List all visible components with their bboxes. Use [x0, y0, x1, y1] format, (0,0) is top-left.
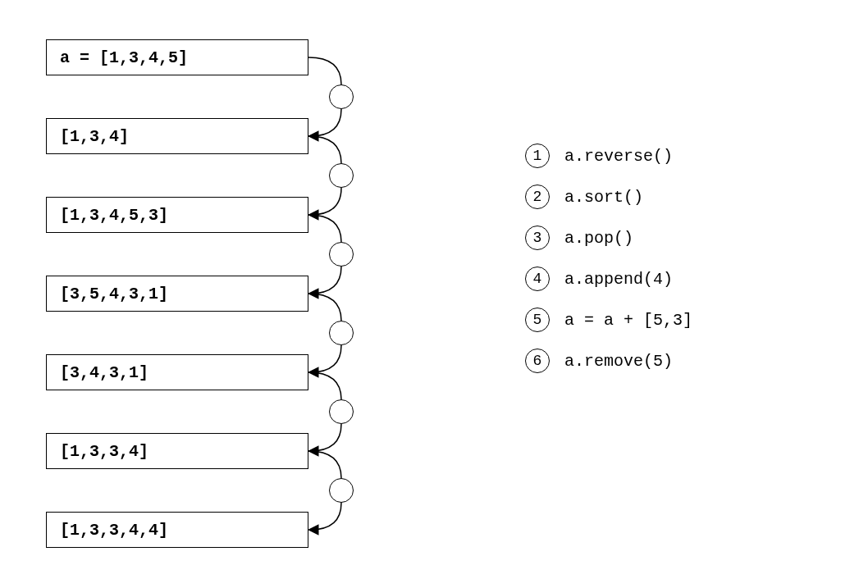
state-box-4: [3,4,3,1]: [46, 354, 308, 390]
legend: 1a.reverse()2a.sort()3a.pop()4a.append(4…: [525, 135, 692, 381]
legend-text-1: a.reverse(): [564, 147, 673, 166]
legend-item-5: 5a = a + [5,3]: [525, 299, 692, 340]
answer-slot-5[interactable]: [329, 399, 354, 424]
legend-number-4: 4: [525, 267, 550, 291]
state-box-5: [1,3,3,4]: [46, 433, 308, 469]
legend-item-2: 2a.sort(): [525, 176, 692, 217]
answer-slot-4[interactable]: [329, 321, 354, 345]
legend-number-2: 2: [525, 185, 550, 209]
legend-number-5: 5: [525, 308, 550, 332]
answer-slot-2[interactable]: [329, 163, 354, 188]
legend-text-3: a.pop(): [564, 229, 633, 248]
legend-text-6: a.remove(5): [564, 352, 673, 371]
answer-slot-1[interactable]: [329, 84, 354, 109]
legend-item-1: 1a.reverse(): [525, 135, 692, 176]
diagram-stage: a = [1,3,4,5][1,3,4][1,3,4,5,3][3,5,4,3,…: [0, 0, 868, 588]
state-box-3: [3,5,4,3,1]: [46, 276, 308, 312]
legend-text-5: a = a + [5,3]: [564, 311, 692, 330]
answer-slot-6[interactable]: [329, 478, 354, 503]
legend-item-3: 3a.pop(): [525, 217, 692, 258]
legend-item-4: 4a.append(4): [525, 258, 692, 299]
legend-text-2: a.sort(): [564, 188, 643, 207]
legend-number-1: 1: [525, 144, 550, 168]
answer-slot-3[interactable]: [329, 242, 354, 267]
state-box-2: [1,3,4,5,3]: [46, 197, 308, 233]
legend-number-6: 6: [525, 349, 550, 373]
legend-item-6: 6a.remove(5): [525, 340, 692, 381]
legend-number-3: 3: [525, 226, 550, 250]
state-box-6: [1,3,3,4,4]: [46, 512, 308, 548]
state-box-initial: a = [1,3,4,5]: [46, 39, 308, 75]
legend-text-4: a.append(4): [564, 270, 673, 289]
state-box-1: [1,3,4]: [46, 118, 308, 154]
